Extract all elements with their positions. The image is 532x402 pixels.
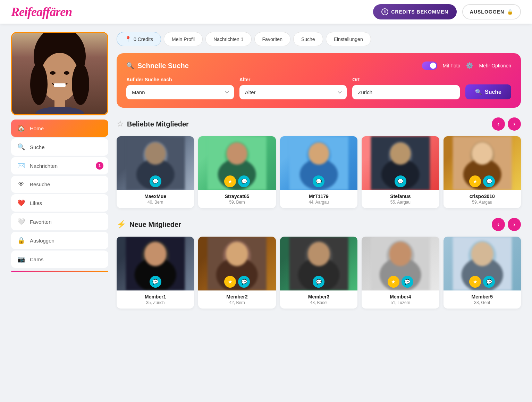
member-1-name: MaexMue xyxy=(121,194,190,199)
member-3-chat-button[interactable]: 💬 xyxy=(313,175,324,187)
new-member-photo-4: ★ 💬 xyxy=(362,237,439,290)
new-member-3-chat-button[interactable]: 💬 xyxy=(313,276,324,288)
mit-foto-toggle[interactable] xyxy=(422,61,437,70)
svg-point-16 xyxy=(227,142,247,165)
search-title-text: Schnelle Suche xyxy=(137,62,189,70)
sidebar-item-likes-label: Likes xyxy=(30,200,42,206)
svg-point-8 xyxy=(72,63,89,105)
tab-messages[interactable]: Nachrichten 1 xyxy=(205,32,251,46)
member-1-info: MaexMue 40, Bern xyxy=(117,190,194,208)
new-member-5-info: Member5 38, Genf xyxy=(444,290,521,309)
sidebar-item-messages-label: Nachrichten xyxy=(30,163,58,169)
credits-circle-icon: ℹ xyxy=(381,8,388,15)
tab-search[interactable]: Suche xyxy=(293,32,323,46)
sidebar-item-logout[interactable]: 🔒 Ausloggen xyxy=(11,232,108,249)
popular-next-button[interactable]: › xyxy=(508,117,521,131)
member-5-star-button[interactable]: ★ xyxy=(469,175,481,187)
member-photo-5: ★ 💬 xyxy=(444,136,521,190)
age-field: Alter Alter 18-25 26-35 36-45 46-55 56+ xyxy=(239,77,347,99)
member-2-info: Straycat65 59, Bern xyxy=(198,190,276,208)
logout-icon: 🔒 xyxy=(17,237,25,244)
header: Reifeaffären ℹ CREDITS BEKOMMEN AUSLOGGE… xyxy=(0,0,532,24)
new-member-2-star-button[interactable]: ★ xyxy=(224,276,236,288)
looking-for-select[interactable]: Mann Frau xyxy=(126,85,234,99)
favorites-icon: 🤍 xyxy=(17,218,25,225)
logout-header-button[interactable]: AUSLOGGEN 🔒 xyxy=(462,4,521,19)
new-member-5-star-button[interactable]: ★ xyxy=(469,276,481,288)
main-layout: 🏠 Home 🔍 Suche ✉️ Nachrichten 1 👁 Besuch… xyxy=(0,24,532,327)
member-5-name: crispo3010 xyxy=(448,194,517,199)
member-1-chat-button[interactable]: 💬 xyxy=(150,175,161,187)
search-button[interactable]: 🔍 Suche xyxy=(465,84,511,99)
new-member-1-info: Member1 35, Zürich xyxy=(117,290,194,309)
new-prev-button[interactable]: ‹ xyxy=(492,218,505,231)
member-5-chat-button[interactable]: 💬 xyxy=(483,175,495,187)
new-member-card-3[interactable]: 💬 Member3 48, Basel xyxy=(280,237,357,309)
new-member-2-chat-button[interactable]: 💬 xyxy=(238,276,250,288)
new-member-2-details: 42, Bern xyxy=(202,300,271,305)
new-member-4-info: Member4 51, Luzern xyxy=(362,290,439,309)
sidebar-item-search[interactable]: 🔍 Suche xyxy=(11,138,108,156)
new-member-1-details: 35, Zürich xyxy=(121,300,190,305)
svg-point-24 xyxy=(390,142,411,165)
new-members-title: ⚡ Neue Mitglieder xyxy=(117,220,181,229)
location-input[interactable] xyxy=(352,85,460,99)
new-member-1-chat-button[interactable]: 💬 xyxy=(150,276,161,288)
sidebar-item-likes[interactable]: ❤️ Likes xyxy=(11,194,108,212)
new-member-photo-5: ★ 💬 xyxy=(444,237,521,290)
new-member-5-chat-button[interactable]: 💬 xyxy=(483,276,495,288)
new-member-card-1[interactable]: 💬 Member1 35, Zürich xyxy=(117,237,194,309)
sidebar-item-home[interactable]: 🏠 Home xyxy=(11,120,108,137)
age-select[interactable]: Alter 18-25 26-35 36-45 46-55 56+ xyxy=(239,85,347,99)
sidebar-item-cams-label: Cams xyxy=(30,256,43,262)
tab-credits[interactable]: 📍 0 Credits xyxy=(117,32,161,46)
header-actions: ℹ CREDITS BEKOMMEN AUSLOGGEN 🔒 xyxy=(373,4,521,19)
tab-profile[interactable]: Mein Profil xyxy=(164,32,203,46)
sidebar-item-cams[interactable]: 📷 Cams xyxy=(11,251,108,268)
svg-point-12 xyxy=(145,142,166,165)
member-4-actions: 💬 xyxy=(395,175,406,187)
popular-member-card-3[interactable]: 💬 MrT1179 44, Aargau xyxy=(280,136,357,208)
popular-member-card-2[interactable]: ★ 💬 Straycat65 59, Bern xyxy=(198,136,276,208)
member-photo-4: 💬 xyxy=(362,136,439,190)
get-credits-button[interactable]: ℹ CREDITS BEKOMMEN xyxy=(373,4,457,19)
new-member-5-actions: ★ 💬 xyxy=(469,276,495,288)
svg-point-44 xyxy=(389,242,412,266)
new-member-3-actions: 💬 xyxy=(313,276,324,288)
new-member-2-name: Member2 xyxy=(202,294,271,300)
visits-icon: 👁 xyxy=(17,181,25,188)
new-member-card-2[interactable]: ★ 💬 Member2 42, Bern xyxy=(198,237,276,309)
tab-favorites-label: Favoriten xyxy=(262,36,282,42)
tab-profile-label: Mein Profil xyxy=(172,36,195,42)
member-4-chat-button[interactable]: 💬 xyxy=(395,175,406,187)
tab-favorites[interactable]: Favoriten xyxy=(254,32,290,46)
popular-member-card-5[interactable]: ★ 💬 crispo3010 59, Aargau xyxy=(444,136,521,208)
new-member-2-info: Member2 42, Bern xyxy=(198,290,276,309)
tab-settings[interactable]: Einstellungen xyxy=(326,32,371,46)
popular-member-card-1[interactable]: 💬 MaexMue 40, Bern xyxy=(117,136,194,208)
popular-members-title-text: Beliebte Mitglieder xyxy=(127,120,189,128)
sidebar-item-visits[interactable]: 👁 Besuche xyxy=(11,176,108,193)
new-next-button[interactable]: › xyxy=(508,218,521,231)
sidebar-item-messages[interactable]: ✉️ Nachrichten 1 xyxy=(11,157,108,174)
new-member-card-5[interactable]: ★ 💬 Member5 38, Genf xyxy=(444,237,521,309)
new-member-3-name: Member3 xyxy=(284,294,353,300)
sidebar: 🏠 Home 🔍 Suche ✉️ Nachrichten 1 👁 Besuch… xyxy=(11,32,108,318)
new-member-card-4[interactable]: ★ 💬 Member4 51, Luzern xyxy=(362,237,439,309)
member-2-chat-button[interactable]: 💬 xyxy=(238,175,250,187)
home-icon: 🏠 xyxy=(17,124,25,132)
popular-member-card-4[interactable]: 💬 Stefanus 55, Aargau xyxy=(362,136,439,208)
search-icon: 🔍 xyxy=(17,143,25,151)
sidebar-divider xyxy=(11,271,108,272)
sidebar-item-favorites[interactable]: 🤍 Favoriten xyxy=(11,213,108,230)
profile-photo[interactable] xyxy=(11,32,108,115)
new-member-4-chat-button[interactable]: 💬 xyxy=(402,276,413,288)
member-3-details: 44, Aargau xyxy=(284,200,353,205)
new-member-4-star-button[interactable]: ★ xyxy=(388,276,399,288)
member-2-star-button[interactable]: ★ xyxy=(224,175,236,187)
gear-icon: ⚙️ xyxy=(466,62,473,69)
content: 📍 0 Credits Mein Profil Nachrichten 1 Fa… xyxy=(117,32,521,318)
popular-prev-button[interactable]: ‹ xyxy=(492,117,505,131)
search-section: 🔍 Schnelle Suche Mit Foto ⚙️ Mehr Option… xyxy=(117,53,521,108)
sidebar-item-visits-label: Besuche xyxy=(30,181,50,187)
